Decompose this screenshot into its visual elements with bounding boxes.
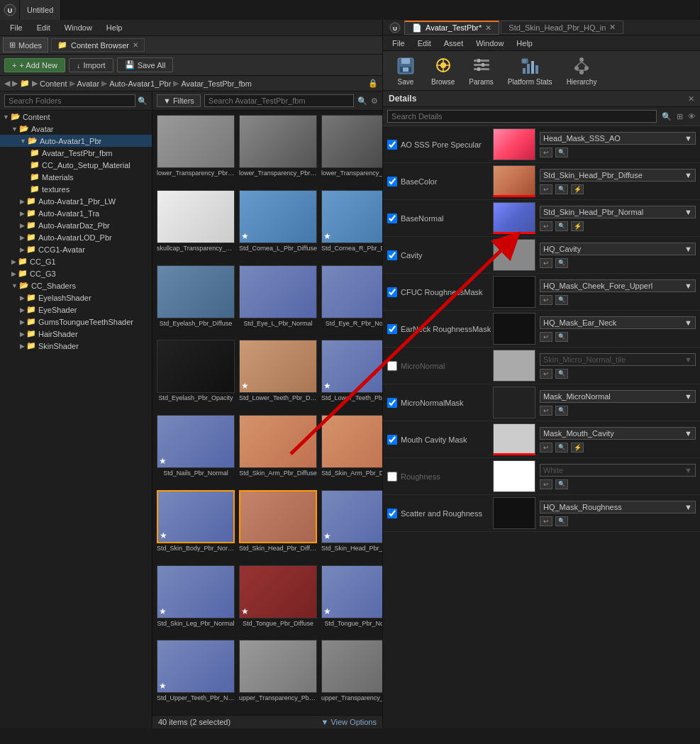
- detail-search-button-micro_normal_mask[interactable]: 🔍: [555, 406, 568, 416]
- folder-tree-item-ccg1-avatar[interactable]: ▶📁CCG1-Avatar: [0, 243, 152, 255]
- asset-item[interactable]: ★Std_Cornea_R_Pbr_Diffuse: [320, 189, 382, 262]
- detail-search-button-mouth_cavity[interactable]: 🔍: [555, 443, 568, 452]
- detail-reset-button-ear_neck[interactable]: ↩: [540, 332, 552, 342]
- detail-dropdown-base_normal[interactable]: Std_Skin_Head_Pbr_Normal▼: [540, 206, 696, 218]
- import-button[interactable]: ↓ Import: [69, 58, 113, 72]
- folder-tree-item-cc_g1[interactable]: ▶📁CC_G1: [0, 255, 152, 267]
- folder-tree-item-materials[interactable]: 📁Materials: [0, 171, 152, 183]
- asset-item[interactable]: ★Std_Skin_Body_Pbr_Normal: [155, 489, 236, 562]
- detail-checkbox-ao_sss[interactable]: [387, 140, 397, 150]
- tab-untitled[interactable]: Untitled: [20, 0, 61, 20]
- detail-reset-button-mouth_cavity[interactable]: ↩: [540, 443, 552, 452]
- menu-file-cb[interactable]: File: [4, 22, 28, 33]
- platform-stats-tool-button[interactable]: Platform Stats: [502, 54, 558, 87]
- ue-tab-avatar-close[interactable]: ✕: [485, 23, 491, 33]
- ue-menu-help[interactable]: Help: [511, 38, 538, 49]
- view-options-button[interactable]: ▼ View Options: [321, 718, 377, 726]
- ue-menu-asset[interactable]: Asset: [438, 38, 470, 49]
- detail-checkbox-base_color[interactable]: [387, 177, 397, 187]
- detail-reset-button-base_color[interactable]: ↩: [540, 184, 552, 194]
- detail-dropdown-ao_sss[interactable]: Head_Mask_SSS_AO▼: [540, 132, 696, 145]
- detail-search-button-ear_neck[interactable]: 🔍: [555, 332, 568, 342]
- detail-checkbox-roughness[interactable]: [387, 472, 397, 482]
- asset-item[interactable]: ★Std_Lower_Teeth_Pbr_Diffuse: [238, 338, 318, 412]
- detail-reset-button-scatter_roughness[interactable]: ↩: [540, 516, 552, 526]
- detail-dropdown-roughness[interactable]: White▼: [540, 464, 696, 477]
- params-tool-button[interactable]: Params: [463, 54, 499, 87]
- asset-item[interactable]: ★Std_Skin_Head_Pbr_Normal: [320, 489, 382, 562]
- detail-search-button-micro_normal[interactable]: 🔍: [555, 369, 568, 379]
- asset-item[interactable]: lower_Transparency_Pbr_Diffuse: [238, 113, 318, 187]
- detail-dropdown-mouth_cavity[interactable]: Mask_Mouth_Cavity▼: [540, 427, 696, 440]
- asset-item[interactable]: ★Std_Cornea_L_Pbr_Diffuse: [238, 189, 318, 262]
- asset-item[interactable]: Std_Skin_Head_Pbr_Diffuse: [238, 489, 318, 562]
- detail-dropdown-scatter_roughness[interactable]: HQ_Mask_Roughness▼: [540, 501, 696, 513]
- hierarchy-tool-button[interactable]: Hierarchy: [561, 54, 603, 87]
- asset-item[interactable]: Std_Eye_R_Pbr_Normal: [320, 264, 382, 338]
- folder-tree-item-auto-avatar1_pbr[interactable]: ▼📂Auto-Avatar1_Pbr: [0, 135, 152, 147]
- breadcrumb-content[interactable]: Content: [40, 79, 67, 88]
- browse-tool-button[interactable]: Browse: [426, 54, 460, 87]
- detail-checkbox-cavity[interactable]: [387, 250, 397, 260]
- menu-edit-cb[interactable]: Edit: [31, 22, 56, 33]
- asset-item[interactable]: Std_Eyelash_Pbr_Opacity: [155, 338, 236, 412]
- ue-tab-skin-close[interactable]: ✕: [609, 23, 616, 32]
- detail-search-button-roughness[interactable]: 🔍: [555, 479, 568, 489]
- asset-item[interactable]: ★Std_Nails_Pbr_Normal: [155, 413, 236, 487]
- asset-item[interactable]: lower_Transparency_Pbr_Opacity: [320, 113, 382, 187]
- breadcrumb-testpbr[interactable]: Avatar_TestPbr_fbm: [181, 79, 251, 88]
- detail-checkbox-micro_normal_mask[interactable]: [387, 398, 397, 408]
- folder-tree-item-avatar[interactable]: ▼📂Avatar: [0, 123, 152, 135]
- folder-tree-item-gumstoungueteethshader[interactable]: ▶📁GumsToungueTeethShader: [0, 316, 152, 328]
- detail-checkbox-mouth_cavity[interactable]: [387, 435, 397, 445]
- asset-settings-icon[interactable]: ⚙: [371, 96, 378, 106]
- folder-tree-item-content[interactable]: ▼📂Content: [0, 111, 152, 123]
- folder-tree-item-cc_g3[interactable]: ▶📁CC_G3: [0, 267, 152, 279]
- detail-reset-button-roughness[interactable]: ↩: [540, 479, 552, 489]
- detail-dropdown-base_color[interactable]: Std_Skin_Head_Pbr_Diffuse▼: [540, 169, 696, 182]
- detail-search-button-base_color[interactable]: 🔍: [555, 184, 568, 194]
- folder-tree-item-cc_auto_setup_material[interactable]: 📁CC_Auto_Setup_Material: [0, 159, 152, 171]
- folder-tree-item-hairshader[interactable]: ▶📁HairShader: [0, 328, 152, 340]
- content-browser-tab[interactable]: 📁 Content Browser ✕: [51, 38, 145, 52]
- ue-menu-window[interactable]: Window: [470, 38, 509, 49]
- detail-dropdown-micro_normal_mask[interactable]: Mask_MicroNormal▼: [540, 390, 696, 403]
- nav-folder[interactable]: 📁: [20, 79, 30, 88]
- detail-extra-button-base_normal[interactable]: ⚡: [571, 221, 584, 231]
- folder-tree-item-eyeshader[interactable]: ▶📁EyeShader: [0, 304, 152, 316]
- detail-checkbox-micro_normal[interactable]: [387, 361, 397, 371]
- folder-tree-item-skinshader[interactable]: ▶📁SkinShader: [0, 340, 152, 352]
- detail-dropdown-cfuc_roughness[interactable]: HQ_Mask_Cheek_Fore_Upperl▼: [540, 279, 696, 292]
- detail-extra-button-mouth_cavity[interactable]: ⚡: [571, 443, 584, 452]
- detail-dropdown-ear_neck[interactable]: HQ_Mask_Ear_Neck▼: [540, 316, 696, 329]
- asset-item[interactable]: lower_Transparency_Pbr_Bump: [155, 113, 236, 187]
- breadcrumb-lock[interactable]: 🔒: [368, 79, 378, 88]
- asset-item[interactable]: ★Std_Lower_Teeth_Pbr_Normal: [320, 338, 382, 412]
- save-all-button[interactable]: 💾 Save All: [117, 57, 174, 72]
- detail-dropdown-micro_normal[interactable]: Skin_Micro_Normal_tile▼: [540, 353, 696, 366]
- detail-reset-button-cfuc_roughness[interactable]: ↩: [540, 295, 552, 305]
- breadcrumb-auto-avatar[interactable]: Auto-Avatar1_Pbr: [109, 79, 171, 88]
- asset-item[interactable]: upper_Transparency_Pbr_Bump: [238, 638, 318, 712]
- modes-button[interactable]: ⊞ Modes: [3, 38, 48, 52]
- details-eye-icon[interactable]: 👁: [688, 112, 696, 121]
- detail-reset-button-ao_sss[interactable]: ↩: [540, 148, 552, 157]
- asset-item[interactable]: ★Std_Upper_Teeth_Pbr_Normal: [155, 638, 236, 712]
- folder-tree-item-auto-avatar1_tra[interactable]: ▶📁Auto-Avatar1_Tra: [0, 207, 152, 219]
- detail-checkbox-scatter_roughness[interactable]: [387, 509, 397, 518]
- details-view-toggle[interactable]: ⊞: [677, 112, 683, 121]
- asset-item[interactable]: upper_Transparency_Pbr_Diffuse: [320, 638, 382, 712]
- folder-tree-item-textures[interactable]: 📁textures: [0, 183, 152, 195]
- detail-checkbox-base_normal[interactable]: [387, 213, 397, 223]
- detail-checkbox-cfuc_roughness[interactable]: [387, 287, 397, 297]
- detail-reset-button-micro_normal[interactable]: ↩: [540, 369, 552, 379]
- detail-checkbox-ear_neck[interactable]: [387, 324, 397, 334]
- folder-tree-item-auto-avatardaz_pbr[interactable]: ▶📁Auto-AvatarDaz_Pbr: [0, 219, 152, 231]
- detail-search-button-ao_sss[interactable]: 🔍: [555, 148, 568, 157]
- asset-item[interactable]: Std_Eyelash_Pbr_Diffuse: [155, 264, 236, 338]
- folder-search-input[interactable]: [4, 94, 135, 107]
- asset-item[interactable]: Std_Skin_Arm_Pbr_Diffuse: [320, 413, 382, 487]
- detail-search-button-cavity[interactable]: 🔍: [555, 258, 568, 268]
- asset-item[interactable]: skullcap_Transparency_Pbr_Opacity: [155, 189, 236, 262]
- detail-reset-button-base_normal[interactable]: ↩: [540, 221, 552, 231]
